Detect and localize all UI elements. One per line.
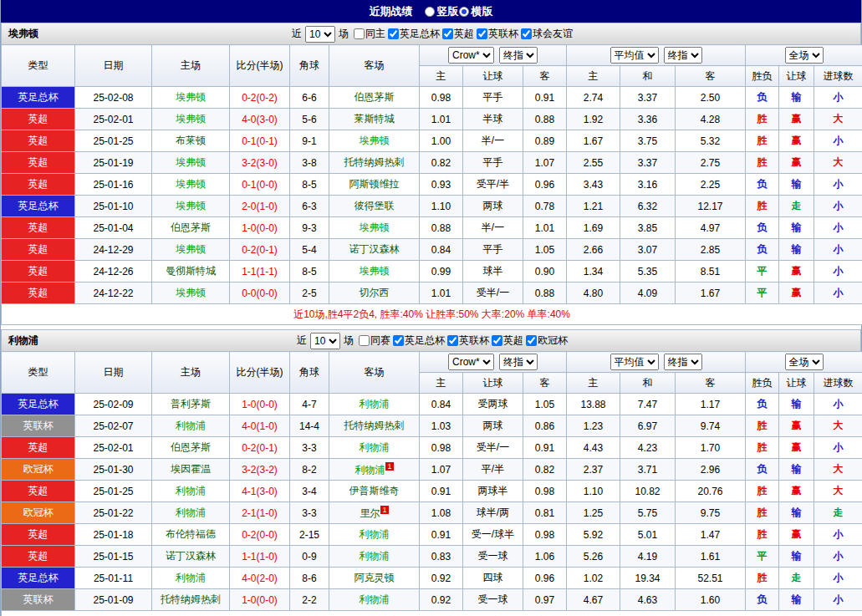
focus-team-link[interactable]: 埃弗顿 (176, 178, 206, 190)
score-cell[interactable]: 1-1(1-1) (230, 261, 290, 283)
score-cell[interactable]: 3-2(3-2) (230, 459, 290, 481)
score-cell[interactable]: 0-2(0-1) (230, 239, 290, 261)
league-filter-checkbox-box[interactable] (492, 335, 502, 346)
team-link[interactable]: 伯恩茅斯 (171, 441, 211, 453)
match-date: 25-01-22 (75, 502, 152, 524)
focus-team-link[interactable]: 利物浦 (176, 485, 206, 496)
league-filter-checkbox-box[interactable] (477, 28, 487, 39)
league-filter-checkbox[interactable]: 英联杯 (447, 333, 489, 348)
focus-team-link[interactable]: 利物浦 (176, 420, 206, 431)
avg-source-select[interactable]: 平均值 (610, 354, 659, 370)
team-link[interactable]: 布莱顿 (176, 135, 206, 146)
team-link[interactable]: 埃因霍温 (171, 463, 211, 475)
score-cell[interactable]: 2-1(1-0) (230, 502, 290, 524)
focus-team-link[interactable]: 利物浦 (360, 528, 390, 540)
focus-team-link[interactable]: 埃弗顿 (360, 135, 390, 146)
league-filter-checkbox-box[interactable] (388, 28, 399, 39)
league-filter-checkbox-box[interactable] (447, 335, 458, 346)
result-goals: 小 (814, 283, 862, 304)
team-link[interactable]: 切尔西 (360, 287, 390, 298)
layout-radio-vertical[interactable]: 竖版 (425, 4, 459, 19)
focus-team-link[interactable]: 埃弗顿 (176, 287, 206, 298)
odds-final-select[interactable]: 终指 (499, 354, 538, 370)
focus-team-link[interactable]: 利物浦 (176, 507, 206, 518)
team-link[interactable]: 托特纳姆热刺 (344, 156, 405, 168)
focus-team-link[interactable]: 利物浦 (360, 593, 390, 605)
league-filter-checkbox[interactable]: 英足总杯 (393, 333, 445, 348)
focus-team-link[interactable]: 利物浦 (360, 441, 390, 453)
team-link[interactable]: 伯恩茅斯 (171, 221, 211, 233)
team-link[interactable]: 托特纳姆热刺 (344, 420, 405, 431)
score-cell[interactable]: 2-0(1-0) (230, 196, 290, 217)
away-team-cell: 利物浦 (329, 589, 420, 611)
team-link[interactable]: 里尔 (360, 507, 380, 519)
focus-team-link[interactable]: 埃弗顿 (360, 265, 390, 277)
focus-team-link[interactable]: 利物浦 (360, 398, 390, 410)
focus-team-link[interactable]: 埃弗顿 (176, 200, 206, 211)
home-team-cell: 利物浦 (152, 568, 230, 589)
score-cell[interactable]: 4-0(3-0) (230, 109, 290, 130)
team-link[interactable]: 普利茅斯 (171, 398, 211, 410)
layout-radio-horizontal[interactable]: 横版 (459, 4, 493, 19)
odds-source-select[interactable]: Crow* (448, 354, 494, 370)
league-filter-checkbox[interactable]: 球会友谊 (521, 27, 573, 41)
score-cell[interactable]: 0-2(0-1) (230, 437, 290, 459)
score-cell[interactable]: 1-1(1-0) (230, 546, 290, 568)
score-cell[interactable]: 0-0(0-0) (230, 283, 290, 304)
focus-team-link[interactable]: 埃弗顿 (176, 113, 206, 125)
odds-handicap: 两球半 (463, 481, 523, 502)
team-link[interactable]: 伯恩茅斯 (354, 91, 395, 103)
same-filter-checkbox-box[interactable] (359, 335, 370, 346)
focus-team-link[interactable]: 利物浦 (360, 550, 390, 562)
score-cell[interactable]: 4-1(3-0) (230, 481, 290, 502)
league-filter-checkbox[interactable]: 欧冠杯 (526, 333, 568, 348)
team-link[interactable]: 阿克灵顿 (354, 572, 395, 583)
league-filter-checkbox-box[interactable] (393, 335, 404, 346)
team-link[interactable]: 诺丁汉森林 (166, 550, 216, 562)
team-link[interactable]: 阿斯顿维拉 (349, 178, 400, 190)
score-cell[interactable]: 0-1(0-1) (230, 130, 290, 152)
league-filter-checkbox[interactable]: 英联杯 (477, 27, 518, 41)
league-filter-checkbox[interactable]: 英足总杯 (388, 27, 440, 41)
score-cell[interactable]: 4-0(2-0) (230, 568, 290, 589)
league-filter-checkbox[interactable]: 英超 (492, 333, 523, 348)
league-filter-checkbox-box[interactable] (526, 335, 537, 346)
score-cell[interactable]: 3-2(3-0) (230, 152, 290, 174)
result-goals: 大 (814, 152, 862, 174)
team-link[interactable]: 伊普斯维奇 (349, 485, 400, 496)
team-link[interactable]: 托特纳姆热刺 (161, 593, 221, 605)
score-cell[interactable]: 0-2(0-0) (230, 524, 290, 546)
focus-team-link[interactable]: 埃弗顿 (176, 91, 206, 103)
team-link[interactable]: 布伦特福德 (166, 528, 216, 540)
odds-final-select[interactable]: 终指 (499, 47, 538, 64)
same-filter-checkbox-box[interactable] (354, 28, 365, 39)
team-link[interactable]: 诺丁汉森林 (349, 243, 400, 255)
score-cell[interactable]: 1-0(0-0) (230, 394, 290, 415)
score-cell[interactable]: 4-0(1-0) (230, 415, 290, 437)
league-filter-checkbox-box[interactable] (442, 28, 453, 39)
odds-source-select[interactable]: Crow* (448, 47, 494, 64)
score-cell[interactable]: 1-0(0-0) (230, 589, 290, 611)
focus-team-link[interactable]: 利物浦 (176, 572, 206, 583)
league-filter-checkbox-box[interactable] (521, 28, 532, 39)
score-cell[interactable]: 0-1(0-0) (230, 174, 290, 196)
focus-team-link[interactable]: 埃弗顿 (360, 221, 390, 233)
focus-team-link[interactable]: 利物浦 (354, 464, 385, 476)
team-link[interactable]: 莱斯特城 (354, 113, 395, 125)
scope-select[interactable]: 全场 (785, 354, 824, 370)
score-cell[interactable]: 1-0(0-0) (230, 217, 290, 239)
team-link[interactable]: 彼得堡联 (354, 200, 395, 211)
avg-final-select[interactable]: 终指 (664, 354, 702, 370)
same-filter-checkbox[interactable]: 同赛 (359, 333, 390, 348)
score-cell[interactable]: 0-2(0-2) (230, 87, 290, 109)
recent-count-select[interactable]: 10 (305, 26, 335, 43)
team-link[interactable]: 曼彻斯特城 (166, 265, 216, 277)
avg-source-select[interactable]: 平均值 (610, 47, 659, 64)
focus-team-link[interactable]: 埃弗顿 (176, 243, 206, 255)
same-filter-checkbox[interactable]: 同主 (354, 27, 385, 41)
league-filter-checkbox[interactable]: 英超 (442, 27, 474, 41)
recent-count-select[interactable]: 10 (310, 333, 340, 349)
scope-select[interactable]: 全场 (785, 47, 824, 64)
focus-team-link[interactable]: 埃弗顿 (176, 156, 206, 168)
avg-final-select[interactable]: 终指 (664, 47, 702, 64)
